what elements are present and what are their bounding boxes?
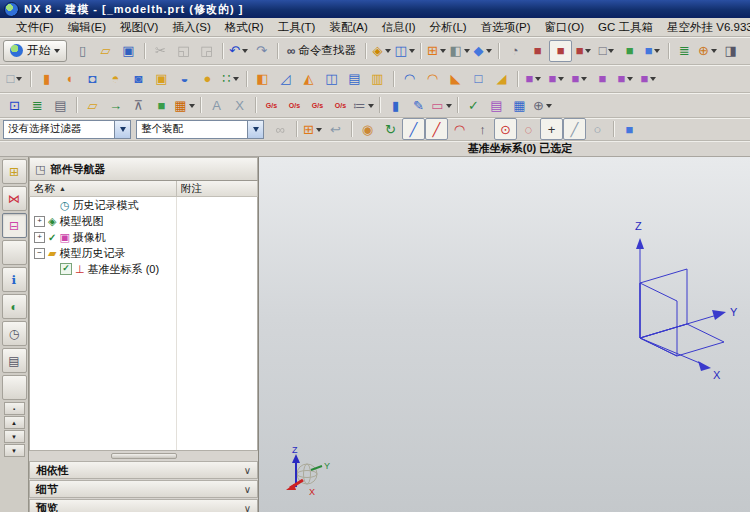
selection-filter-dropdown[interactable]: 没有选择过滤器 — [3, 120, 131, 139]
reuse-library-icon[interactable] — [2, 240, 27, 265]
tree-row[interactable]: + ◈ 模型视图 — [30, 213, 257, 229]
column-header-name[interactable]: 名称 ▲ — [29, 181, 177, 197]
tree-expander[interactable]: + — [34, 216, 45, 227]
studio-render-icon[interactable]: ■ — [641, 40, 664, 62]
check-mate-icon[interactable]: ✓ — [462, 94, 485, 116]
chevron-down-icon[interactable]: ∨ — [244, 465, 251, 476]
column-header-note[interactable]: 附注 — [177, 181, 258, 197]
layer-stack-icon[interactable]: ≣ — [26, 94, 49, 116]
scroll-up-icon[interactable]: ▲ — [4, 416, 25, 429]
display-mode-icon[interactable]: ◧ — [448, 40, 471, 62]
sketch-icon[interactable]: □ — [3, 68, 26, 90]
new-file-icon[interactable]: ▯ — [71, 40, 94, 62]
menu-item[interactable]: 信息(I) — [375, 19, 423, 36]
menu-item[interactable]: 首选项(P) — [474, 19, 538, 36]
list-report-icon[interactable]: ▤ — [485, 94, 508, 116]
dock-icon[interactable]: ▼ — [4, 444, 25, 457]
revolve-icon[interactable]: ◖ — [58, 68, 81, 90]
undo-selection-icon[interactable]: ↩ — [324, 118, 347, 140]
tree-row[interactable]: ✓ ⊥ 基准坐标系 (0) — [30, 261, 257, 277]
view-cube-icon[interactable]: ◆ — [471, 40, 494, 62]
graphics-window[interactable]: Z Y X Z Y X — [259, 157, 750, 512]
paste-icon[interactable]: ◲ — [195, 40, 218, 62]
layer-visibility-icon[interactable]: ≣ — [673, 40, 696, 62]
face-analysis-icon[interactable]: ■ — [618, 40, 641, 62]
pull-face-icon[interactable]: ■ — [545, 68, 568, 90]
shaded-view-icon[interactable]: ■ — [526, 40, 549, 62]
rotate-snap-icon[interactable]: ↻ — [379, 118, 402, 140]
title-bar[interactable]: NX 8 - 建模 - [_modelth.prt (修改的) ] — [0, 0, 750, 18]
shell-icon[interactable]: □ — [467, 68, 490, 90]
menu-item[interactable]: 窗口(O) — [537, 19, 591, 36]
move-face-icon[interactable]: ■ — [522, 68, 545, 90]
tree-checkmark[interactable]: ✓ — [60, 263, 72, 275]
pattern-face-icon[interactable]: ■ — [637, 68, 660, 90]
find-component-icon[interactable]: ∞ — [269, 118, 292, 140]
wcs-gs-icon[interactable]: G/s — [260, 94, 283, 116]
cut-icon[interactable]: ✂ — [149, 40, 172, 62]
trim-body-icon[interactable]: ◫ — [320, 68, 343, 90]
delete-face-icon[interactable]: ■ — [568, 68, 591, 90]
redo-icon[interactable]: ↷ — [250, 40, 273, 62]
xy-plane[interactable] — [640, 324, 724, 356]
menu-item[interactable]: 视图(V) — [113, 19, 165, 36]
reflect-cube-icon[interactable]: ■ — [150, 94, 173, 116]
point-snap-icon[interactable]: + — [540, 118, 563, 140]
eraser-icon[interactable]: ▭ — [430, 94, 453, 116]
touch-mode-icon[interactable]: ◈ — [370, 40, 393, 62]
part-navigator-icon[interactable]: ⊟ — [2, 213, 27, 238]
boss-icon[interactable]: ◓ — [104, 68, 127, 90]
section-header[interactable]: 预览 ∨ — [29, 499, 258, 512]
tree-row[interactable]: ◷ 历史记录模式 — [30, 197, 257, 213]
wcs-os-icon[interactable]: O/s — [283, 94, 306, 116]
tree-checkmark[interactable]: ✓ — [48, 232, 56, 243]
dropdown-arrow-icon[interactable] — [247, 121, 263, 138]
layer-settings-icon[interactable]: ▤ — [49, 94, 72, 116]
sew-icon[interactable]: ▤ — [343, 68, 366, 90]
dropdown-arrow-icon[interactable] — [114, 121, 130, 138]
clip-section-icon[interactable]: ▱ — [81, 94, 104, 116]
csys-report-icon[interactable]: ⊕ — [531, 94, 554, 116]
wcs-os2-icon[interactable]: O/s — [329, 94, 352, 116]
tangent-snap-icon[interactable]: ○ — [586, 118, 609, 140]
part-info-icon[interactable]: ◫ — [393, 40, 416, 62]
face-blend-icon[interactable]: ◠ — [421, 68, 444, 90]
unite-icon[interactable]: ◧ — [251, 68, 274, 90]
system-scenes-icon[interactable]: ◷ — [2, 321, 27, 346]
menu-item[interactable]: 文件(F) — [9, 19, 61, 36]
tree-row[interactable]: + ✓ ▣ 摄像机 — [30, 229, 257, 245]
annotation-a-icon[interactable]: A — [205, 94, 228, 116]
move-object-icon[interactable]: → — [104, 94, 127, 116]
assembly-tools-icon[interactable]: ⊼ — [127, 94, 150, 116]
section-header[interactable]: 相依性 ∨ — [29, 461, 258, 479]
tree-expander[interactable]: + — [34, 232, 45, 243]
replace-face-icon[interactable]: ■ — [591, 68, 614, 90]
pad-icon[interactable]: ▣ — [150, 68, 173, 90]
start-button[interactable]: 开始 — [3, 40, 67, 62]
shaded-edges-view-icon[interactable]: ■ — [549, 40, 572, 62]
menu-item[interactable]: 插入(S) — [165, 19, 217, 36]
chevron-down-icon[interactable]: ∨ — [244, 503, 251, 512]
chevron-down-icon[interactable]: ∨ — [244, 484, 251, 495]
edge-blend-icon[interactable]: ◠ — [398, 68, 421, 90]
constraint-navigator-icon[interactable]: ⋈ — [2, 186, 27, 211]
section-header[interactable]: 细节 ∨ — [29, 480, 258, 498]
menu-item[interactable]: 编辑(E) — [61, 19, 113, 36]
annotation-x-icon[interactable]: X — [228, 94, 251, 116]
edit-object-display-icon[interactable]: ≔ — [352, 94, 375, 116]
sphere-icon[interactable]: ● — [196, 68, 219, 90]
clock-icon[interactable]: ◔ — [503, 40, 526, 62]
endpoint-snap-icon[interactable]: ╱ — [425, 118, 448, 140]
panel-splitter-handle[interactable] — [29, 450, 258, 460]
general-select-icon[interactable]: ⊞ — [301, 118, 324, 140]
menu-item[interactable]: GC 工具箱 — [591, 19, 660, 36]
selection-scope-dropdown[interactable]: 整个装配 — [136, 120, 264, 139]
materials-icon[interactable] — [2, 375, 27, 400]
wireframe-view-icon[interactable]: ■ — [572, 40, 595, 62]
intersect-icon[interactable]: ◭ — [297, 68, 320, 90]
chamfer-icon[interactable]: ◣ — [444, 68, 467, 90]
quadrant-snap-icon[interactable]: ◌ — [517, 118, 540, 140]
tree-expander[interactable]: − — [34, 248, 45, 259]
thicken-icon[interactable]: ▥ — [366, 68, 389, 90]
xz-plane[interactable] — [640, 283, 677, 356]
